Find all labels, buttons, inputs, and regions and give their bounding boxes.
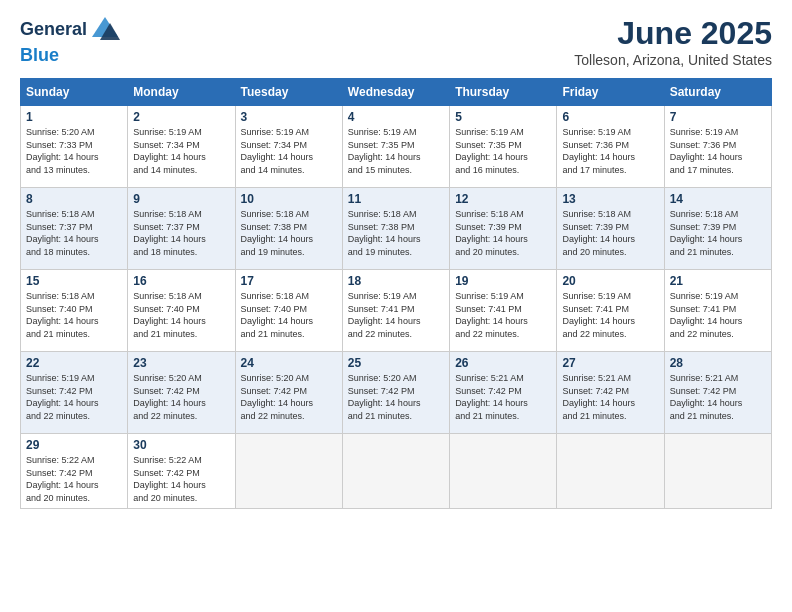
day-info: Sunrise: 5:18 AMSunset: 7:37 PMDaylight:… bbox=[133, 208, 229, 258]
day-number: 11 bbox=[348, 192, 444, 206]
day-number: 22 bbox=[26, 356, 122, 370]
table-row: 2Sunrise: 5:19 AMSunset: 7:34 PMDaylight… bbox=[128, 106, 235, 188]
day-info: Sunrise: 5:20 AMSunset: 7:42 PMDaylight:… bbox=[348, 372, 444, 422]
day-number: 18 bbox=[348, 274, 444, 288]
day-number: 3 bbox=[241, 110, 337, 124]
day-number: 28 bbox=[670, 356, 766, 370]
table-row bbox=[664, 434, 771, 509]
day-number: 4 bbox=[348, 110, 444, 124]
day-number: 27 bbox=[562, 356, 658, 370]
day-number: 8 bbox=[26, 192, 122, 206]
day-number: 9 bbox=[133, 192, 229, 206]
table-row: 6Sunrise: 5:19 AMSunset: 7:36 PMDaylight… bbox=[557, 106, 664, 188]
col-thursday: Thursday bbox=[450, 79, 557, 106]
table-row: 7Sunrise: 5:19 AMSunset: 7:36 PMDaylight… bbox=[664, 106, 771, 188]
calendar-week-row: 22Sunrise: 5:19 AMSunset: 7:42 PMDayligh… bbox=[21, 352, 772, 434]
table-row: 5Sunrise: 5:19 AMSunset: 7:35 PMDaylight… bbox=[450, 106, 557, 188]
table-row bbox=[450, 434, 557, 509]
table-row bbox=[235, 434, 342, 509]
day-number: 13 bbox=[562, 192, 658, 206]
table-row: 3Sunrise: 5:19 AMSunset: 7:34 PMDaylight… bbox=[235, 106, 342, 188]
calendar-week-row: 29Sunrise: 5:22 AMSunset: 7:42 PMDayligh… bbox=[21, 434, 772, 509]
day-number: 30 bbox=[133, 438, 229, 452]
table-row: 22Sunrise: 5:19 AMSunset: 7:42 PMDayligh… bbox=[21, 352, 128, 434]
day-info: Sunrise: 5:19 AMSunset: 7:34 PMDaylight:… bbox=[241, 126, 337, 176]
table-row: 14Sunrise: 5:18 AMSunset: 7:39 PMDayligh… bbox=[664, 188, 771, 270]
day-number: 23 bbox=[133, 356, 229, 370]
day-info: Sunrise: 5:18 AMSunset: 7:39 PMDaylight:… bbox=[455, 208, 551, 258]
day-info: Sunrise: 5:18 AMSunset: 7:40 PMDaylight:… bbox=[26, 290, 122, 340]
day-info: Sunrise: 5:18 AMSunset: 7:40 PMDaylight:… bbox=[133, 290, 229, 340]
day-number: 5 bbox=[455, 110, 551, 124]
day-info: Sunrise: 5:21 AMSunset: 7:42 PMDaylight:… bbox=[455, 372, 551, 422]
day-number: 26 bbox=[455, 356, 551, 370]
table-row: 13Sunrise: 5:18 AMSunset: 7:39 PMDayligh… bbox=[557, 188, 664, 270]
day-info: Sunrise: 5:20 AMSunset: 7:42 PMDaylight:… bbox=[133, 372, 229, 422]
day-number: 1 bbox=[26, 110, 122, 124]
col-monday: Monday bbox=[128, 79, 235, 106]
day-info: Sunrise: 5:19 AMSunset: 7:42 PMDaylight:… bbox=[26, 372, 122, 422]
calendar-header-row: Sunday Monday Tuesday Wednesday Thursday… bbox=[21, 79, 772, 106]
day-info: Sunrise: 5:18 AMSunset: 7:37 PMDaylight:… bbox=[26, 208, 122, 258]
day-info: Sunrise: 5:19 AMSunset: 7:41 PMDaylight:… bbox=[455, 290, 551, 340]
table-row: 12Sunrise: 5:18 AMSunset: 7:39 PMDayligh… bbox=[450, 188, 557, 270]
table-row: 20Sunrise: 5:19 AMSunset: 7:41 PMDayligh… bbox=[557, 270, 664, 352]
col-tuesday: Tuesday bbox=[235, 79, 342, 106]
day-number: 29 bbox=[26, 438, 122, 452]
calendar-week-row: 8Sunrise: 5:18 AMSunset: 7:37 PMDaylight… bbox=[21, 188, 772, 270]
day-info: Sunrise: 5:18 AMSunset: 7:38 PMDaylight:… bbox=[241, 208, 337, 258]
table-row: 15Sunrise: 5:18 AMSunset: 7:40 PMDayligh… bbox=[21, 270, 128, 352]
table-row: 8Sunrise: 5:18 AMSunset: 7:37 PMDaylight… bbox=[21, 188, 128, 270]
table-row: 23Sunrise: 5:20 AMSunset: 7:42 PMDayligh… bbox=[128, 352, 235, 434]
day-info: Sunrise: 5:18 AMSunset: 7:39 PMDaylight:… bbox=[562, 208, 658, 258]
table-row: 29Sunrise: 5:22 AMSunset: 7:42 PMDayligh… bbox=[21, 434, 128, 509]
day-info: Sunrise: 5:19 AMSunset: 7:36 PMDaylight:… bbox=[670, 126, 766, 176]
day-info: Sunrise: 5:19 AMSunset: 7:34 PMDaylight:… bbox=[133, 126, 229, 176]
table-row: 18Sunrise: 5:19 AMSunset: 7:41 PMDayligh… bbox=[342, 270, 449, 352]
table-row: 24Sunrise: 5:20 AMSunset: 7:42 PMDayligh… bbox=[235, 352, 342, 434]
table-row: 26Sunrise: 5:21 AMSunset: 7:42 PMDayligh… bbox=[450, 352, 557, 434]
table-row: 30Sunrise: 5:22 AMSunset: 7:42 PMDayligh… bbox=[128, 434, 235, 509]
calendar-week-row: 1Sunrise: 5:20 AMSunset: 7:33 PMDaylight… bbox=[21, 106, 772, 188]
day-info: Sunrise: 5:19 AMSunset: 7:41 PMDaylight:… bbox=[670, 290, 766, 340]
day-info: Sunrise: 5:22 AMSunset: 7:42 PMDaylight:… bbox=[26, 454, 122, 504]
calendar-week-row: 15Sunrise: 5:18 AMSunset: 7:40 PMDayligh… bbox=[21, 270, 772, 352]
page: General Blue June 2025 Tolleson, Arizona… bbox=[0, 0, 792, 612]
day-number: 12 bbox=[455, 192, 551, 206]
table-row: 28Sunrise: 5:21 AMSunset: 7:42 PMDayligh… bbox=[664, 352, 771, 434]
table-row: 25Sunrise: 5:20 AMSunset: 7:42 PMDayligh… bbox=[342, 352, 449, 434]
day-number: 17 bbox=[241, 274, 337, 288]
table-row: 21Sunrise: 5:19 AMSunset: 7:41 PMDayligh… bbox=[664, 270, 771, 352]
logo-line2: Blue bbox=[20, 45, 120, 66]
day-info: Sunrise: 5:22 AMSunset: 7:42 PMDaylight:… bbox=[133, 454, 229, 504]
day-info: Sunrise: 5:18 AMSunset: 7:39 PMDaylight:… bbox=[670, 208, 766, 258]
day-info: Sunrise: 5:19 AMSunset: 7:41 PMDaylight:… bbox=[562, 290, 658, 340]
table-row: 9Sunrise: 5:18 AMSunset: 7:37 PMDaylight… bbox=[128, 188, 235, 270]
table-row: 17Sunrise: 5:18 AMSunset: 7:40 PMDayligh… bbox=[235, 270, 342, 352]
day-number: 21 bbox=[670, 274, 766, 288]
day-info: Sunrise: 5:19 AMSunset: 7:35 PMDaylight:… bbox=[348, 126, 444, 176]
table-row: 16Sunrise: 5:18 AMSunset: 7:40 PMDayligh… bbox=[128, 270, 235, 352]
day-info: Sunrise: 5:21 AMSunset: 7:42 PMDaylight:… bbox=[562, 372, 658, 422]
day-number: 25 bbox=[348, 356, 444, 370]
day-number: 20 bbox=[562, 274, 658, 288]
day-number: 7 bbox=[670, 110, 766, 124]
col-friday: Friday bbox=[557, 79, 664, 106]
day-number: 24 bbox=[241, 356, 337, 370]
subtitle: Tolleson, Arizona, United States bbox=[574, 52, 772, 68]
day-number: 2 bbox=[133, 110, 229, 124]
col-sunday: Sunday bbox=[21, 79, 128, 106]
day-number: 16 bbox=[133, 274, 229, 288]
title-section: June 2025 Tolleson, Arizona, United Stat… bbox=[574, 15, 772, 68]
day-info: Sunrise: 5:19 AMSunset: 7:36 PMDaylight:… bbox=[562, 126, 658, 176]
day-info: Sunrise: 5:21 AMSunset: 7:42 PMDaylight:… bbox=[670, 372, 766, 422]
day-number: 19 bbox=[455, 274, 551, 288]
day-info: Sunrise: 5:18 AMSunset: 7:40 PMDaylight:… bbox=[241, 290, 337, 340]
day-number: 10 bbox=[241, 192, 337, 206]
logo: General Blue bbox=[20, 15, 120, 66]
logo-icon bbox=[90, 15, 120, 45]
table-row bbox=[557, 434, 664, 509]
header: General Blue June 2025 Tolleson, Arizona… bbox=[20, 15, 772, 68]
col-saturday: Saturday bbox=[664, 79, 771, 106]
calendar: Sunday Monday Tuesday Wednesday Thursday… bbox=[20, 78, 772, 509]
